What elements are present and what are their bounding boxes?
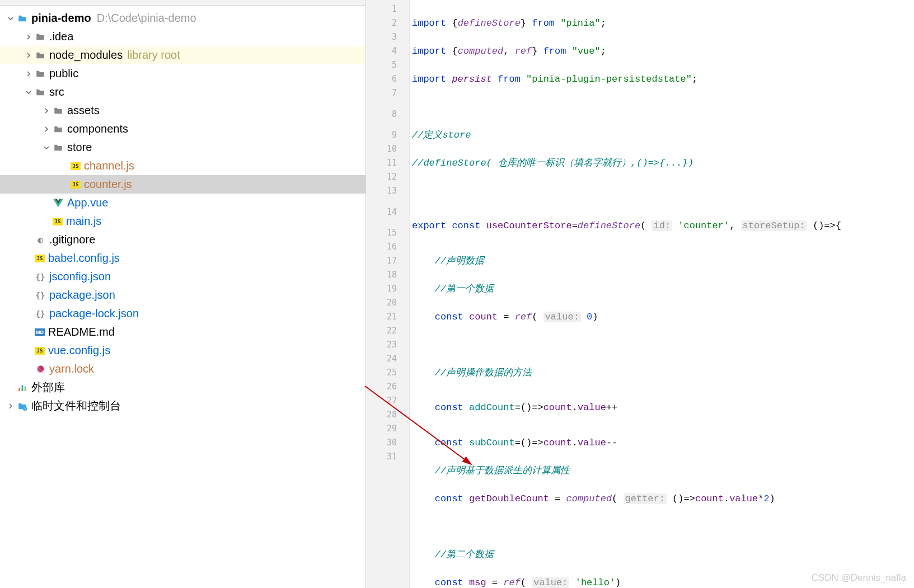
tree-folder-components[interactable]: components (0, 120, 365, 138)
tree-file-channel-js[interactable]: JS channel.js (0, 157, 365, 175)
tree-label: babel.config.js (48, 252, 120, 265)
line-number[interactable]: 27 (366, 394, 409, 408)
project-folder-icon (17, 13, 28, 24)
project-root-row[interactable]: pinia-demo D:\Code\pinia-demo (0, 9, 365, 27)
tree-file-jsconfig[interactable]: {} jsconfig.json (0, 267, 365, 286)
tree-folder-src[interactable]: src (0, 83, 365, 101)
tree-label: App.vue (67, 196, 108, 209)
project-name: pinia-demo (31, 12, 91, 25)
line-number[interactable]: 18 (366, 268, 409, 282)
tree-file-main-js[interactable]: JS main.js (0, 212, 365, 231)
tree-label: main.js (66, 215, 101, 228)
line-number[interactable]: 20 (366, 296, 409, 310)
line-number[interactable]: 7 (366, 86, 409, 100)
line-number[interactable]: 8 (366, 100, 409, 128)
tree-label: yarn.lock (49, 363, 94, 375)
tree-file-vue-config[interactable]: JS vue.config.js (0, 341, 365, 360)
tree-file-app-vue[interactable]: App.vue (0, 194, 365, 212)
json-file-icon: {} (35, 271, 46, 283)
tree-label: .gitignore (49, 233, 95, 246)
svg-rect-1 (22, 385, 24, 391)
chevron-right-icon[interactable] (6, 401, 16, 411)
line-number[interactable]: 4 (366, 44, 409, 58)
tree-scratches[interactable]: 临时文件和控制台 (0, 397, 365, 415)
chevron-right-icon[interactable] (24, 50, 34, 60)
line-number[interactable]: 28 (366, 408, 409, 422)
tree-folder-assets[interactable]: assets (0, 101, 365, 120)
chevron-right-icon[interactable] (24, 32, 34, 42)
tree-label: package.json (49, 289, 115, 302)
line-number[interactable]: 15 (366, 226, 409, 240)
tree-file-package-json[interactable]: {} package.json (0, 286, 365, 304)
chevron-down-icon[interactable] (24, 87, 34, 97)
line-number[interactable]: 3 (366, 30, 409, 44)
tree-label: vue.config.js (48, 344, 110, 357)
line-number[interactable]: 24 (366, 352, 409, 366)
code-editor[interactable]: import {defineStore} from "pinia"; impor… (410, 0, 914, 588)
folder-icon (35, 50, 46, 61)
line-number[interactable]: 30 (366, 436, 409, 450)
tree-label: node_modules (49, 49, 123, 62)
line-number[interactable]: 31 (366, 450, 409, 464)
chevron-right-icon[interactable] (24, 69, 34, 79)
library-root-hint: library root (127, 49, 180, 62)
tree-folder-idea[interactable]: .idea (0, 27, 365, 46)
tree-label: 外部库 (31, 380, 65, 395)
scratches-icon (17, 401, 28, 412)
tree-file-yarn-lock[interactable]: 🧶 yarn.lock (0, 360, 365, 378)
chevron-right-icon[interactable] (41, 124, 51, 134)
editor-panel: 1 2 3 4 5 6 7 8 9 10 11 12 13 14 15 16 1… (366, 0, 914, 588)
line-number[interactable]: 26 (366, 380, 409, 394)
line-number[interactable]: 29 (366, 422, 409, 436)
project-path: D:\Code\pinia-demo (97, 12, 196, 25)
libraries-icon (17, 382, 28, 393)
chevron-right-icon[interactable] (41, 106, 51, 116)
tree-label: package-lock.json (49, 307, 139, 320)
chevron-down-icon[interactable] (41, 143, 51, 153)
line-number[interactable]: 11 (366, 156, 409, 170)
chevron-down-icon[interactable] (6, 13, 16, 23)
project-tree-panel[interactable]: pinia-demo D:\Code\pinia-demo .idea node… (0, 0, 366, 588)
tree-external-libraries[interactable]: 外部库 (0, 378, 365, 397)
line-number[interactable]: 25 (366, 366, 409, 380)
tree-file-package-lock[interactable]: {} package-lock.json (0, 304, 365, 323)
line-number[interactable]: 16 (366, 240, 409, 254)
line-number[interactable]: 9 (366, 128, 409, 142)
tree-label: jsconfig.json (49, 270, 111, 283)
line-number[interactable]: 5 (366, 58, 409, 72)
folder-icon (53, 124, 64, 135)
svg-rect-0 (18, 388, 20, 391)
tree-file-counter-js[interactable]: JS counter.js (0, 175, 365, 194)
watermark: CSDN @Dennis_nafla (812, 572, 906, 584)
line-number[interactable]: 10 (366, 142, 409, 156)
line-number[interactable]: 21 (366, 310, 409, 324)
line-number[interactable]: 1 (366, 2, 409, 16)
gitignore-file-icon: ◐ (35, 234, 46, 246)
line-number[interactable]: 19 (366, 282, 409, 296)
line-number[interactable]: 13 (366, 184, 409, 198)
line-number[interactable]: 17 (366, 254, 409, 268)
md-file-icon: MD (35, 328, 45, 336)
json-file-icon: {} (35, 290, 46, 301)
line-number[interactable]: 12 (366, 170, 409, 184)
line-number[interactable]: 14 (366, 198, 409, 226)
vue-file-icon (53, 197, 64, 209)
tree-folder-store[interactable]: store (0, 138, 365, 157)
tree-label: store (67, 141, 92, 154)
line-number[interactable]: 23 (366, 338, 409, 352)
line-number[interactable]: 22 (366, 324, 409, 338)
tree-file-readme[interactable]: MD README.md (0, 323, 365, 341)
tree-folder-public[interactable]: public (0, 64, 365, 83)
tree-label: src (49, 86, 64, 98)
folder-icon (35, 68, 46, 79)
line-number[interactable]: 2 (366, 16, 409, 30)
yarn-file-icon: 🧶 (35, 364, 46, 375)
tree-label: README.md (48, 326, 115, 338)
tree-folder-node-modules[interactable]: node_modules library root (0, 46, 365, 64)
tree-label: assets (67, 104, 100, 117)
line-number-gutter: 1 2 3 4 5 6 7 8 9 10 11 12 13 14 15 16 1… (366, 0, 410, 588)
tree-file-gitignore[interactable]: ◐ .gitignore (0, 231, 365, 249)
line-number[interactable]: 6 (366, 72, 409, 86)
tree-file-babel-config[interactable]: JS babel.config.js (0, 249, 365, 267)
app-root: pinia-demo D:\Code\pinia-demo .idea node… (0, 0, 914, 588)
